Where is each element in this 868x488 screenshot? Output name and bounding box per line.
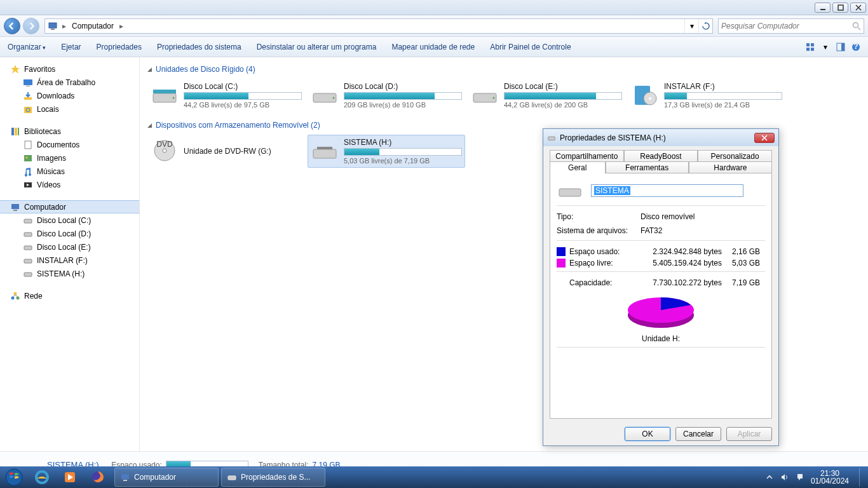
address-dropdown[interactable]: ▾ <box>684 19 698 33</box>
svg-rect-22 <box>24 155 32 161</box>
drive-c[interactable]: Disco Local (C:) 44,2 GB livre(s) de 97,… <box>147 79 305 112</box>
cancel-button[interactable]: Cancelar <box>675 427 721 441</box>
svg-point-4 <box>853 22 858 27</box>
drive-f[interactable]: INSTALAR (F:) 17,3 GB livre(s) de 21,4 G… <box>628 79 785 112</box>
sidebar-drive-c[interactable]: Disco Local (C:) <box>0 214 139 227</box>
drive-h[interactable]: SISTEMA (H:) 5,03 GB livre(s) de 7,19 GB <box>308 135 465 168</box>
svg-rect-62 <box>228 476 236 480</box>
sidebar-item-videos[interactable]: Vídeos <box>0 178 139 191</box>
capacity-bar <box>344 148 462 156</box>
eject-button[interactable]: Ejetar <box>53 43 88 51</box>
sidebar-item-downloads[interactable]: Downloads <box>0 89 139 102</box>
hdd-icon <box>471 81 499 109</box>
organize-button[interactable]: Organizar <box>0 43 53 51</box>
ok-button[interactable]: OK <box>625 427 670 441</box>
open-control-panel-button[interactable]: Abrir Painel de Controle <box>482 43 578 51</box>
hdd-icon <box>311 81 339 109</box>
start-button[interactable] <box>0 466 28 488</box>
svg-rect-1 <box>838 5 843 10</box>
view-mode-button[interactable] <box>803 40 817 54</box>
system-properties-button[interactable]: Propriedades do sistema <box>149 43 249 51</box>
taskbar-window-explorer[interactable]: Computador <box>114 468 219 487</box>
tab-hardware[interactable]: Hardware <box>689 161 772 173</box>
chevron-right-icon[interactable]: ▸ <box>60 22 68 30</box>
taskbar-ie[interactable] <box>28 468 56 487</box>
taskbar-window-properties[interactable]: Propriedades de S... <box>221 468 325 487</box>
dialog-close-button[interactable] <box>754 133 775 143</box>
search-icon <box>852 22 861 30</box>
svg-rect-26 <box>13 210 17 211</box>
tab-sharing[interactable]: Compartilhamento <box>550 150 624 162</box>
properties-button[interactable]: Propriedades <box>89 43 149 51</box>
refresh-button[interactable] <box>698 19 712 33</box>
sidebar-drive-f[interactable]: INSTALAR (F:) <box>0 254 139 267</box>
sidebar-item-recent[interactable]: Locais <box>0 102 139 116</box>
minimize-button[interactable] <box>815 3 831 13</box>
sidebar-item-documents[interactable]: Documentos <box>0 138 139 151</box>
svg-text:DVD: DVD <box>156 140 173 149</box>
svg-rect-36 <box>153 90 176 93</box>
computer-icon <box>10 202 20 212</box>
tab-general[interactable]: Geral <box>550 161 606 173</box>
sidebar-libraries-heading[interactable]: Bibliotecas <box>0 125 139 138</box>
sidebar-item-pictures[interactable]: Imagens <box>0 151 139 165</box>
close-button[interactable] <box>850 3 866 13</box>
drive-d[interactable]: Disco Local (D:) 209 GB livre(s) de 910 … <box>308 79 465 112</box>
svg-point-56 <box>6 469 22 485</box>
clock[interactable]: 21:30 01/04/2024 <box>811 470 849 485</box>
forward-button[interactable] <box>23 18 39 34</box>
network-icon <box>10 291 20 301</box>
search-box[interactable] <box>718 18 864 34</box>
address-bar[interactable]: ▸ Computador ▸ ▾ <box>44 18 713 34</box>
map-network-drive-button[interactable]: Mapear unidade de rede <box>384 43 482 51</box>
drive-e[interactable]: Disco Local (E:) 44,2 GB livre(s) de 200… <box>468 79 625 112</box>
pictures-icon <box>23 153 33 163</box>
group-header-hdd[interactable]: ◢ Unidades de Disco Rígido (4) <box>147 65 860 74</box>
svg-point-46 <box>163 149 166 152</box>
show-desktop-button[interactable] <box>859 468 865 487</box>
computer-icon <box>48 21 58 31</box>
collapse-icon: ◢ <box>147 122 152 128</box>
desktop-icon <box>23 78 33 88</box>
svg-point-39 <box>333 97 335 99</box>
hdd-icon <box>151 81 179 109</box>
sidebar-item-desktop[interactable]: Área de Trabalho <box>0 76 139 89</box>
svg-point-23 <box>26 156 28 158</box>
svg-point-37 <box>173 97 175 99</box>
tab-tools[interactable]: Ferramentas <box>606 161 689 173</box>
drive-g[interactable]: DVD Unidade de DVD-RW (G:) <box>147 135 305 168</box>
back-button[interactable] <box>4 18 20 34</box>
dialog-titlebar[interactable]: Propriedades de SISTEMA (H:) <box>543 129 778 146</box>
tray-up-icon[interactable] <box>765 473 774 482</box>
sidebar-drive-e[interactable]: Disco Local (E:) <box>0 240 139 254</box>
uninstall-program-button[interactable]: Desinstalar ou alterar um programa <box>249 43 384 51</box>
drive-icon <box>557 181 583 200</box>
sidebar-drive-h[interactable]: SISTEMA (H:) <box>0 267 139 280</box>
sidebar-network-heading[interactable]: Rede <box>0 289 139 302</box>
properties-dialog: Propriedades de SISTEMA (H:) Compartilha… <box>543 128 779 446</box>
taskbar-firefox[interactable] <box>84 468 112 487</box>
preview-pane-button[interactable] <box>834 40 848 54</box>
search-input[interactable] <box>721 22 852 30</box>
view-dropdown[interactable]: ▾ <box>818 40 832 54</box>
svg-rect-5 <box>806 43 810 46</box>
apply-button[interactable]: Aplicar <box>726 427 772 441</box>
used-swatch <box>557 247 566 256</box>
breadcrumb-computer[interactable]: Computador <box>68 19 118 33</box>
tab-readyboost[interactable]: ReadyBoost <box>624 150 698 162</box>
action-center-icon[interactable] <box>796 473 804 482</box>
help-button[interactable]: ? <box>849 40 863 54</box>
taskbar-media[interactable] <box>56 468 84 487</box>
sidebar-drive-d[interactable]: Disco Local (D:) <box>0 227 139 240</box>
svg-rect-27 <box>24 219 32 223</box>
drive-name-input[interactable]: SISTEMA <box>591 184 743 197</box>
sidebar-computer-heading[interactable]: Computador <box>0 200 139 214</box>
free-swatch <box>557 259 566 268</box>
install-icon <box>631 81 659 109</box>
maximize-button[interactable] <box>832 3 848 13</box>
chevron-right-icon[interactable]: ▸ <box>118 22 125 30</box>
volume-icon[interactable] <box>780 473 789 482</box>
sidebar-favorites-heading[interactable]: Favoritos <box>0 62 139 76</box>
sidebar-item-music[interactable]: Músicas <box>0 165 139 178</box>
tab-custom[interactable]: Personalizado <box>698 150 772 162</box>
